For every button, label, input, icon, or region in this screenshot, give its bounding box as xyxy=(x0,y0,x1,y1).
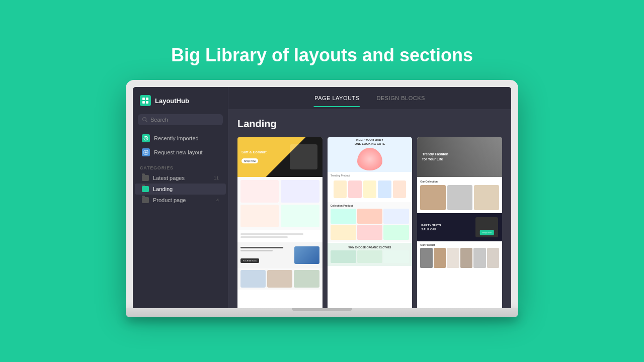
folder-icon-product xyxy=(142,197,149,203)
logo-text: LayoutHub xyxy=(155,97,189,105)
layout-card-1[interactable]: Soft & Comfort Shop Now xyxy=(237,137,323,308)
category-product-page[interactable]: Product page 4 xyxy=(135,195,226,206)
request-layout-icon xyxy=(142,148,150,156)
svg-line-5 xyxy=(146,121,147,122)
category-latest-label: Latest pages xyxy=(153,175,210,181)
layout-card-2[interactable]: KEEP YOUR BABYONE LOOKING CUTE Trending … xyxy=(328,137,413,308)
card1-hero-badge: Shop Now xyxy=(242,158,258,163)
collection-title: Collection Product xyxy=(331,204,410,207)
laptop-base xyxy=(126,308,518,317)
folder-icon-latest xyxy=(142,175,149,181)
card3-collection: Our Collection xyxy=(417,177,502,213)
product-block-2 xyxy=(281,180,319,203)
category-landing-label: Landing xyxy=(153,186,219,192)
promo-button[interactable]: Shop Now xyxy=(479,230,494,235)
category-latest-pages[interactable]: Latest pages 11 xyxy=(135,172,226,184)
card3-promo: PARTY SUITSSALE OFF Shop Now xyxy=(417,213,502,241)
search-box[interactable]: Search xyxy=(138,114,223,125)
recently-imported-icon xyxy=(142,134,150,142)
main-content: PAGE LAYOUTS DESIGN BLOCKS Landing xyxy=(228,87,511,308)
promo-text: PARTY SUITSSALE OFF xyxy=(421,223,441,232)
laptop-bezel: LayoutHub Search xyxy=(126,80,518,308)
svg-rect-2 xyxy=(142,101,145,104)
card3-hero: Trendy Fashionfor Your Life xyxy=(417,137,502,177)
product-block-3 xyxy=(240,205,279,227)
sidebar-item-recently-imported-label: Recently imported xyxy=(154,135,199,141)
sidebar: LayoutHub Search xyxy=(133,87,228,308)
card3-overlay: Trendy Fashionfor Your Life xyxy=(417,137,502,177)
card3-products2: Our Product xyxy=(417,241,502,270)
tab-page-layouts[interactable]: PAGE LAYOUTS xyxy=(313,89,360,107)
categories-label: CATEGORIES xyxy=(133,159,228,172)
product-block-1 xyxy=(240,180,279,203)
sidebar-item-recently-imported[interactable]: Recently imported xyxy=(135,131,226,145)
card1-hero-text: Soft & Comfort xyxy=(242,150,267,154)
category-product-label: Product page xyxy=(153,197,212,203)
app-container: LayoutHub Search xyxy=(133,87,511,308)
sidebar-item-request-layout[interactable]: Request new layout xyxy=(135,145,226,159)
svg-rect-1 xyxy=(146,98,148,100)
search-placeholder: Search xyxy=(150,117,168,123)
card1-banner: For Ankle Sock xyxy=(237,242,323,268)
card1-section2 xyxy=(237,230,323,242)
content-area: Landing Soft & Comfort Shop Now xyxy=(228,109,511,308)
card2-hero: KEEP YOUR BABYONE LOOKING CUTE xyxy=(328,137,413,172)
tab-design-blocks[interactable]: DESIGN BLOCKS xyxy=(375,89,426,107)
card1-products xyxy=(237,177,323,230)
category-product-count: 4 xyxy=(216,198,219,203)
page-headline: Big Library of layouts and sections xyxy=(171,45,473,66)
card2-products xyxy=(331,178,410,200)
text-line-2 xyxy=(240,236,288,238)
category-landing[interactable]: Landing xyxy=(135,184,226,195)
search-icon xyxy=(142,117,148,123)
category-latest-count: 11 xyxy=(214,175,219,180)
collection-grid xyxy=(331,209,410,240)
layouts-grid: Soft & Comfort Shop Now xyxy=(237,137,502,308)
products2-row xyxy=(420,248,499,268)
sidebar-logo: LayoutHub xyxy=(133,87,228,114)
sidebar-item-request-label: Request new layout xyxy=(154,149,203,155)
card2-collection: Collection Product xyxy=(328,202,413,242)
top-nav: PAGE LAYOUTS DESIGN BLOCKS xyxy=(228,87,511,109)
laptop-mockup: LayoutHub Search xyxy=(126,80,518,317)
text-line-1 xyxy=(240,233,303,235)
product-block-4 xyxy=(281,205,319,227)
layout-card-3[interactable]: Trendy Fashionfor Your Life Our Collecti… xyxy=(417,137,502,308)
card3-products xyxy=(420,185,499,210)
folder-icon-landing xyxy=(142,186,149,192)
svg-rect-3 xyxy=(146,101,148,104)
svg-rect-0 xyxy=(142,98,145,100)
card3-hero-text: Trendy Fashionfor Your Life xyxy=(422,152,448,162)
content-title: Landing xyxy=(237,118,502,130)
banner-image xyxy=(294,246,319,264)
logo-icon xyxy=(140,95,151,106)
card1-hero: Soft & Comfort Shop Now xyxy=(237,137,323,177)
